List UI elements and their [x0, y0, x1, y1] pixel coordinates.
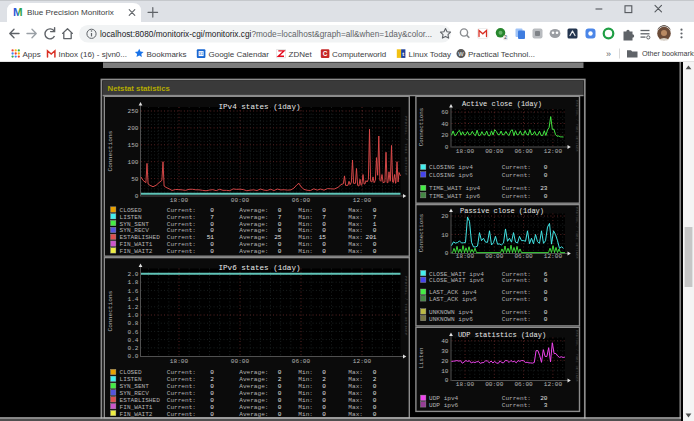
svg-text:0: 0 [544, 164, 548, 171]
svg-text:Google Calendar: Google Calendar [209, 50, 270, 59]
svg-text:20: 20 [441, 358, 449, 365]
svg-text:Connections: Connections [107, 290, 114, 331]
svg-text:60: 60 [441, 109, 449, 116]
svg-text:06:00: 06:00 [514, 253, 533, 260]
svg-text:Linux Today: Linux Today [409, 50, 452, 59]
svg-text:1.0: 1.0 [128, 312, 139, 319]
svg-text:Listen: Listen [418, 348, 425, 369]
svg-text:150: 150 [128, 142, 139, 149]
svg-text:18:00: 18:00 [170, 197, 189, 204]
svg-text:»: » [606, 49, 611, 59]
svg-text:06:00: 06:00 [514, 148, 533, 155]
svg-text:2: 2 [504, 35, 507, 40]
svg-text:20: 20 [441, 213, 449, 220]
svg-text:1.8: 1.8 [128, 279, 139, 286]
svg-text:Computerworld: Computerworld [332, 50, 386, 59]
svg-text:LAST_ACK ipv6: LAST_ACK ipv6 [429, 296, 477, 303]
svg-text:0.8: 0.8 [128, 320, 139, 327]
svg-text:40: 40 [441, 121, 449, 128]
svg-text:M: M [13, 6, 23, 18]
svg-text:18:00: 18:00 [456, 148, 475, 155]
svg-text:12:00: 12:00 [544, 148, 563, 155]
svg-text:10: 10 [441, 232, 449, 239]
svg-text:Current:: Current: [502, 296, 531, 303]
svg-text:C: C [323, 50, 328, 57]
svg-text:Practical Technol...: Practical Technol... [468, 50, 535, 59]
svg-text:0: 0 [445, 250, 449, 257]
svg-text:0.4: 0.4 [128, 337, 139, 344]
svg-text:18:00: 18:00 [456, 253, 475, 260]
svg-text:0: 0 [544, 193, 548, 200]
svg-text:Current:: Current: [502, 277, 531, 284]
svg-text:IPv4 states (1day): IPv4 states (1day) [218, 103, 300, 111]
svg-text:20: 20 [441, 132, 449, 139]
svg-text:0: 0 [210, 411, 214, 418]
svg-text:localhost:8080/monitorix-cgi/m: localhost:8080/monitorix-cgi/monitorix.c… [100, 29, 432, 39]
svg-text:Current:: Current: [502, 172, 531, 179]
svg-text:12:00: 12:00 [544, 253, 563, 260]
svg-text:1.6: 1.6 [128, 288, 139, 295]
svg-text:12:00: 12:00 [353, 358, 372, 365]
svg-text:0: 0 [373, 411, 377, 418]
svg-text:Min:: Min: [298, 411, 313, 418]
svg-text:Current:: Current: [167, 411, 196, 418]
svg-text:0.6: 0.6 [128, 329, 139, 336]
svg-text:00:00: 00:00 [231, 197, 250, 204]
svg-text:31: 31 [199, 51, 204, 56]
svg-text:CLOSING ipv4: CLOSING ipv4 [429, 164, 473, 171]
svg-text:TIME_WAIT ipv6: TIME_WAIT ipv6 [429, 193, 481, 200]
svg-text:18:00: 18:00 [170, 358, 189, 365]
svg-text:100: 100 [128, 159, 139, 166]
svg-text:UDP ipv6: UDP ipv6 [429, 402, 459, 409]
svg-text:250: 250 [128, 108, 139, 115]
svg-text:0: 0 [544, 316, 548, 323]
svg-text:0: 0 [544, 277, 548, 284]
svg-text:00:00: 00:00 [231, 358, 250, 365]
svg-text:06:00: 06:00 [514, 381, 533, 388]
svg-text:Current:: Current: [167, 248, 196, 255]
svg-text:Current:: Current: [502, 193, 531, 200]
svg-text:ZDNet: ZDNet [289, 50, 313, 59]
svg-text:Passive close (1day): Passive close (1day) [460, 207, 544, 215]
svg-text:RRDTOOL / TOBI OETIKER: RRDTOOL / TOBI OETIKER [575, 330, 579, 382]
svg-text:Connections: Connections [418, 108, 425, 146]
svg-text:2.0: 2.0 [128, 271, 139, 278]
svg-text:12:00: 12:00 [353, 197, 372, 204]
svg-text:0: 0 [210, 248, 214, 255]
svg-text:0: 0 [322, 411, 326, 418]
svg-text:RRDTOOL / TOBI OETIKER: RRDTOOL / TOBI OETIKER [404, 276, 408, 336]
svg-text:06:00: 06:00 [292, 358, 311, 365]
svg-text:Connections: Connections [107, 130, 114, 171]
svg-text:Blue Precision Monitorix: Blue Precision Monitorix [27, 8, 114, 17]
svg-text:50: 50 [131, 176, 139, 183]
svg-text:3: 3 [544, 402, 548, 409]
svg-text:0.0: 0.0 [128, 353, 139, 360]
svg-text:0.2: 0.2 [128, 345, 139, 352]
svg-text:0: 0 [322, 248, 326, 255]
svg-text:00:00: 00:00 [485, 148, 504, 155]
svg-text:Average:: Average: [239, 411, 268, 418]
svg-text:0: 0 [278, 411, 282, 418]
svg-text:06:00: 06:00 [292, 197, 311, 204]
svg-text:RRDTOOL / TOBI OETIKER: RRDTOOL / TOBI OETIKER [575, 207, 579, 259]
svg-text:FIN_WAIT2: FIN_WAIT2 [120, 411, 153, 418]
svg-text:Max:: Max: [348, 411, 363, 418]
svg-text:Current:: Current: [502, 402, 531, 409]
svg-text:Bookmarks: Bookmarks [147, 50, 187, 59]
svg-text:00:00: 00:00 [485, 381, 504, 388]
svg-text:40: 40 [441, 338, 449, 345]
svg-text:Current:: Current: [502, 185, 531, 192]
svg-text:W: W [458, 51, 464, 57]
svg-text:1.2: 1.2 [128, 304, 139, 311]
svg-text:Inbox (16) - sjvn0...: Inbox (16) - sjvn0... [59, 50, 127, 59]
svg-text:0: 0 [544, 172, 548, 179]
svg-text:00:00: 00:00 [485, 253, 504, 260]
svg-text:FIN_WAIT2: FIN_WAIT2 [120, 248, 153, 255]
svg-text:18:00: 18:00 [456, 381, 475, 388]
svg-text:0: 0 [445, 377, 449, 384]
svg-text:Other bookmarks: Other bookmarks [642, 49, 694, 58]
svg-text:Connections: Connections [418, 214, 425, 252]
svg-text:t: t [402, 51, 404, 57]
svg-text:TIME_WAIT ipv4: TIME_WAIT ipv4 [429, 185, 481, 192]
svg-text:0: 0 [445, 144, 449, 151]
